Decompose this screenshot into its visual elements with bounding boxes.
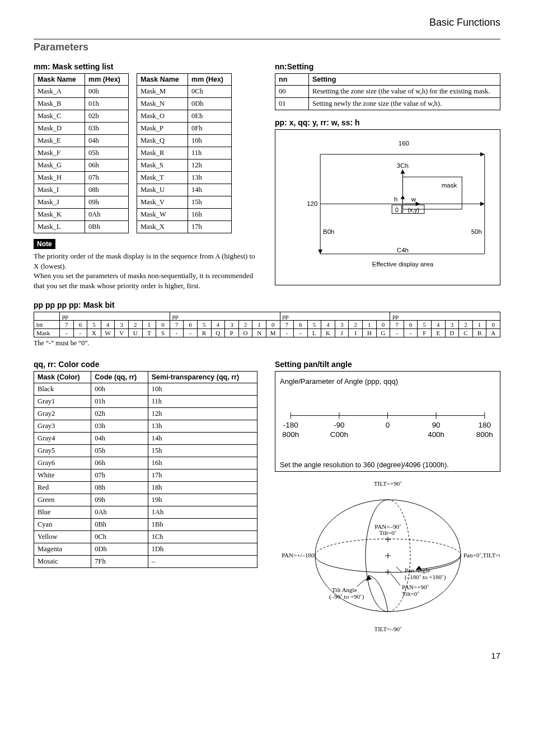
table-row: Mask_W16h: [137, 209, 232, 221]
mask-cell: V: [115, 329, 129, 337]
cell: 07h: [85, 172, 129, 184]
bit-cell: 2: [349, 321, 363, 329]
tick-deg-1: -90: [334, 421, 344, 429]
cell: 06h: [85, 159, 129, 172]
pp-group: pp: [60, 312, 170, 321]
bit-cell: 4: [101, 321, 115, 329]
cell: 11h: [148, 396, 257, 408]
cell: 7Fh: [91, 556, 148, 568]
cell: 05h: [85, 147, 129, 159]
bit-cell: 7: [280, 321, 294, 329]
cell: Mask_P: [137, 123, 188, 135]
mask-cell: I: [349, 329, 363, 337]
mask-cell: -: [280, 329, 294, 337]
table-row: Mask_G06h: [34, 159, 129, 172]
cell: Mask_T: [137, 172, 188, 184]
nn-table: nn Setting 00Resetting the zone size (th…: [275, 73, 500, 110]
mask-cell: O: [238, 329, 252, 337]
cell: 01: [275, 98, 309, 110]
diag-3ch: 3Ch: [397, 162, 409, 169]
cell: 07h: [91, 469, 148, 482]
cell: Mask_C: [34, 110, 85, 123]
cell: 14h: [148, 433, 257, 445]
nn-heading: nn:Setting: [275, 62, 500, 71]
svg-marker-1: [480, 152, 485, 157]
table-row: Gray404h14h: [34, 433, 257, 445]
mm-table-a: Mask Name mm (Hex) Mask_A00hMask_B01hMas…: [34, 73, 129, 233]
cell: 13h: [148, 420, 257, 433]
bit-cell: 1: [363, 321, 377, 329]
bit-cell: 2: [128, 321, 142, 329]
diag-caption: Effective display area: [372, 261, 434, 267]
bit-cell: 5: [87, 321, 101, 329]
table-row: Mask_T13h: [137, 172, 232, 184]
cell: 0Ah: [85, 209, 129, 221]
cell: 00h: [85, 86, 129, 98]
bit-cell: 0: [486, 321, 500, 329]
diag-120: 120: [307, 200, 317, 207]
cell: Resetting the zone size (the value of w,…: [309, 86, 500, 98]
cell: 03h: [91, 420, 148, 433]
th-setting: Setting: [309, 74, 500, 86]
cell: 0Ch: [188, 86, 232, 98]
cell: Mask_I: [34, 184, 85, 196]
mask-cell: D: [445, 329, 459, 337]
tick-hex-4: 800h: [476, 430, 493, 439]
table-row: 00Resetting the zone size (the value of …: [275, 86, 500, 98]
tick-hex-1: C00h: [330, 430, 348, 439]
cell: Blue: [34, 506, 91, 519]
th-code: Code (qq, rr): [91, 372, 148, 383]
ppxy-heading: pp: x, qq: y, rr: w, ss: h: [275, 118, 500, 127]
cell: Setting newly the zone size (the value o…: [309, 98, 500, 110]
cell: White: [34, 469, 91, 482]
th-nn: nn: [275, 74, 309, 86]
table-row: Cyan0Bh1Bh: [34, 519, 257, 531]
cell: 1Bh: [148, 519, 257, 531]
cell: Mask_K: [34, 209, 85, 221]
bit-cell: 0: [376, 321, 390, 329]
bit-cell: 6: [294, 321, 308, 329]
diag-w: w: [411, 196, 416, 203]
table-row: Mosaic7Fh–: [34, 556, 257, 568]
mask-cell: Q: [211, 329, 225, 337]
bit-cell: 2: [238, 321, 252, 329]
lbl-tilt-minus90: TILT=–90˚: [374, 626, 401, 632]
table-row: Gray303h13h: [34, 420, 257, 433]
lbl-pan0-tilt0: Pan=0˚,TILT=0˚: [463, 552, 500, 558]
table-row: Mask_F05h: [34, 147, 129, 159]
mask-cell: N: [252, 329, 266, 337]
note-text-2: When you set the parameters of masks non…: [34, 271, 259, 290]
cell: 03h: [85, 123, 129, 135]
mask-cell: X: [87, 329, 101, 337]
table-row: Mask_R11h: [137, 147, 232, 159]
bit-cell: 7: [390, 321, 404, 329]
cell: Mosaic: [34, 556, 91, 568]
table-row: Mask_A00h: [34, 86, 129, 98]
lbl-tilt-angle: Tilt Angle: [332, 586, 357, 593]
bit-cell: 4: [211, 321, 225, 329]
th-mm-hex: mm (Hex): [188, 74, 232, 86]
cell: 11h: [188, 147, 232, 159]
bit-cell: 2: [459, 321, 473, 329]
cell: 16h: [148, 457, 257, 469]
tick-deg-3: 90: [432, 421, 441, 429]
cell: Mask_N: [137, 98, 188, 110]
diag-160: 160: [399, 140, 409, 147]
cell: 15h: [148, 445, 257, 457]
cell: 04h: [91, 433, 148, 445]
table-row: Mask_J09h: [34, 196, 129, 209]
lbl-pan-pm180: PAN=+/–180˚: [282, 552, 316, 558]
mask-cell: H: [363, 329, 377, 337]
cell: 00: [275, 86, 309, 98]
lbl-tilt-range: (–90˚ to +90˚): [329, 593, 364, 600]
cell: 0Eh: [188, 110, 232, 123]
table-row: Green09h19h: [34, 494, 257, 506]
mask-cell: C: [459, 329, 473, 337]
table-row: Mask_P0Fh: [137, 123, 232, 135]
table-row: Magenta0Dh1Dh: [34, 543, 257, 556]
mask-cell: P: [225, 329, 239, 337]
mask-label: Mask: [34, 329, 60, 337]
table-row: Mask_B01h: [34, 98, 129, 110]
svg-line-34: [357, 579, 366, 586]
diag-xy: (x,y): [407, 206, 419, 213]
